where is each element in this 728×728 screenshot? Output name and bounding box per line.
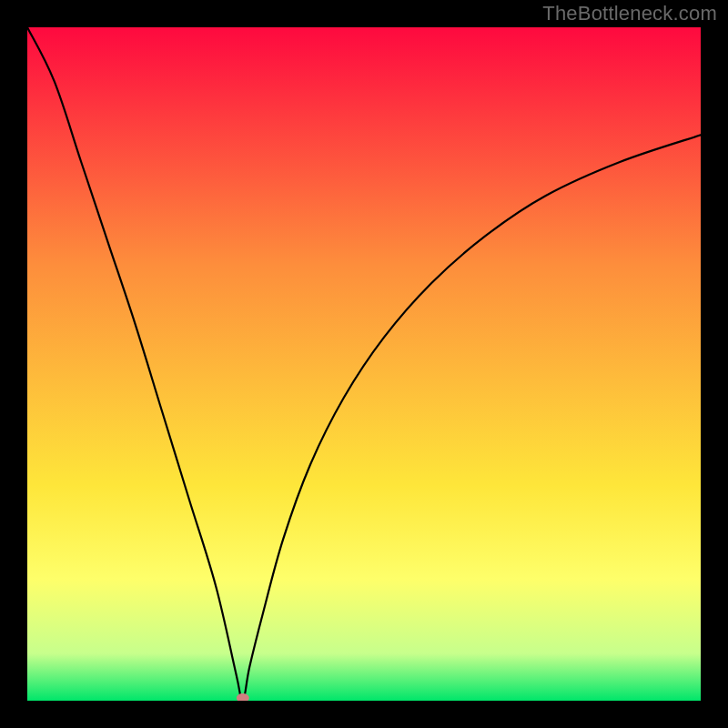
chart-frame: TheBottleneck.com bbox=[0, 0, 728, 728]
attribution-label: TheBottleneck.com bbox=[542, 2, 717, 25]
bottleneck-chart bbox=[27, 27, 701, 701]
